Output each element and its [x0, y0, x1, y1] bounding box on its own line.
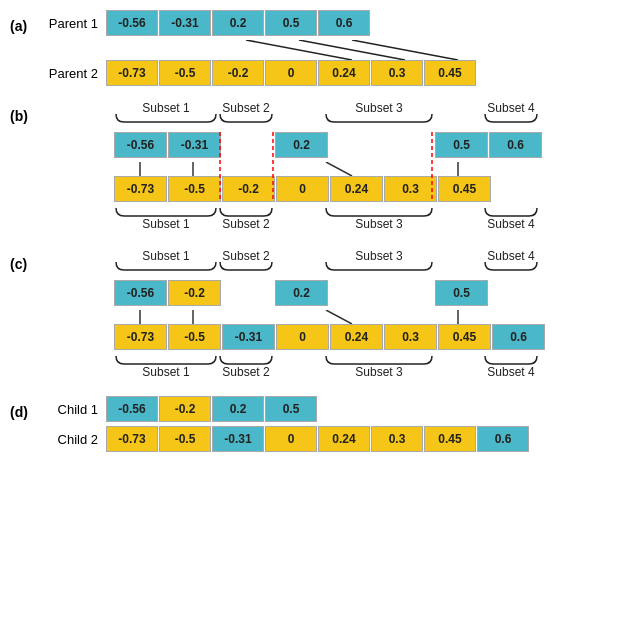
cell-spacer	[329, 132, 382, 158]
section-c-top-subset-svg: Subset 1 Subset 2 Subset 3 Subset 4	[114, 248, 594, 280]
svg-text:Subset 4: Subset 4	[487, 101, 535, 115]
section-b-parent2-row: -0.73 -0.5 -0.2 0 0.24 0.3 0.45	[114, 176, 616, 202]
section-d-child2-label: Child 2	[38, 432, 106, 447]
svg-text:Subset 3: Subset 3	[355, 217, 403, 231]
cell: -0.31	[212, 426, 264, 452]
cell: -0.31	[159, 10, 211, 36]
cell: 0.24	[318, 426, 370, 452]
svg-text:Subset 4: Subset 4	[487, 365, 535, 379]
section-b-bottom-subset-svg: Subset 1 Subset 2 Subset 3 Subset 4	[114, 206, 544, 238]
section-c-child1-row: -0.56 -0.2 0.2 0.5	[114, 280, 616, 306]
section-b-label: (b)	[10, 100, 38, 124]
cell: 0	[265, 426, 317, 452]
section-a-label: (a)	[10, 10, 38, 34]
cell: 0.6	[477, 426, 529, 452]
cell: -0.56	[106, 396, 158, 422]
connector-svg	[114, 162, 544, 176]
section-c-rows: -0.56 -0.2 0.2 0.5	[114, 280, 616, 350]
section-b-parent1-cells: -0.56 -0.31 0.2 0.5 0.6	[114, 132, 543, 158]
section-c-connector-svg	[114, 310, 594, 324]
section-b-parent2-cells: -0.73 -0.5 -0.2 0 0.24 0.3 0.45	[114, 176, 492, 202]
cell: -0.5	[159, 426, 211, 452]
cell: -0.2	[222, 176, 275, 202]
cell: 0.3	[384, 324, 437, 350]
cell: 0.6	[318, 10, 370, 36]
svg-line-2	[352, 40, 458, 60]
section-b-bottom-subsets: Subset 1 Subset 2 Subset 3 Subset 4	[114, 206, 616, 238]
cell: 0.45	[424, 426, 476, 452]
section-c-content: Subset 1 Subset 2 Subset 3 Subset 4 -0.5…	[38, 248, 616, 386]
cell-spacer	[382, 280, 435, 306]
cell: 0.2	[275, 280, 328, 306]
cell: -0.2	[159, 396, 211, 422]
cell: -0.31	[168, 132, 221, 158]
section-c-child1-cells: -0.56 -0.2 0.2 0.5	[114, 280, 489, 306]
section-b: (b) Subset 1 Subset 2 Subset 3 Subset 4	[10, 100, 616, 238]
cell: -0.56	[114, 132, 167, 158]
cell: 0.5	[435, 132, 488, 158]
svg-line-24	[326, 310, 352, 324]
section-d: (d) Child 1 -0.56 -0.2 0.2 0.5 Child 2 -…	[10, 396, 616, 456]
section-d-child2-row: Child 2 -0.73 -0.5 -0.31 0 0.24 0.3 0.45…	[38, 426, 616, 452]
section-b-top-subsets: Subset 1 Subset 2 Subset 3 Subset 4	[114, 100, 616, 132]
cell-spacer	[222, 132, 275, 158]
cell: -0.2	[168, 280, 221, 306]
svg-text:Subset 2: Subset 2	[222, 249, 270, 263]
cell-spacer	[222, 280, 275, 306]
cell: -0.73	[106, 426, 158, 452]
cell: 0.3	[384, 176, 437, 202]
svg-line-0	[246, 40, 352, 60]
cell: -0.5	[168, 324, 221, 350]
cell: -0.31	[222, 324, 275, 350]
svg-text:Subset 2: Subset 2	[222, 365, 270, 379]
section-b-content: Subset 1 Subset 2 Subset 3 Subset 4	[38, 100, 616, 238]
cell: 0.3	[371, 60, 423, 86]
svg-line-9	[326, 162, 352, 176]
cell: 0	[276, 176, 329, 202]
svg-text:Subset 1: Subset 1	[142, 217, 190, 231]
svg-line-1	[299, 40, 405, 60]
cell: 0.45	[438, 176, 491, 202]
section-d-child1-label: Child 1	[38, 402, 106, 417]
section-a-parent2-label: Parent 2	[38, 66, 106, 81]
cell: 0.3	[371, 426, 423, 452]
cell: 0.24	[318, 60, 370, 86]
cell: 0.2	[212, 396, 264, 422]
cell-spacer	[382, 132, 435, 158]
svg-text:Subset 3: Subset 3	[355, 365, 403, 379]
svg-text:Subset 2: Subset 2	[222, 217, 270, 231]
section-c-bottom-subset-svg: Subset 1 Subset 2 Subset 3 Subset 4	[114, 354, 594, 386]
cell: 0.2	[275, 132, 328, 158]
cell: 0.6	[492, 324, 545, 350]
cell: -0.5	[159, 60, 211, 86]
section-d-content: Child 1 -0.56 -0.2 0.2 0.5 Child 2 -0.73…	[38, 396, 616, 456]
crossing-lines-svg	[114, 40, 484, 60]
cell: 0.5	[265, 10, 317, 36]
cell: 0.45	[424, 60, 476, 86]
cell: -0.2	[212, 60, 264, 86]
section-b-parent1-row: -0.56 -0.31 0.2 0.5 0.6	[114, 132, 616, 158]
section-b-top-subset-svg: Subset 1 Subset 2 Subset 3 Subset 4	[114, 100, 544, 132]
cell: -0.56	[114, 280, 167, 306]
svg-text:Subset 4: Subset 4	[487, 217, 535, 231]
section-d-child2-cells: -0.73 -0.5 -0.31 0 0.24 0.3 0.45 0.6	[106, 426, 530, 452]
section-a-parent1-cells: -0.56 -0.31 0.2 0.5 0.6	[106, 10, 371, 36]
section-a-parent2-cells: -0.73 -0.5 -0.2 0 0.24 0.3 0.45	[106, 60, 477, 86]
cell: -0.73	[114, 176, 167, 202]
section-c: (c) Subset 1 Subset 2 Subset 3 Subset 4 …	[10, 248, 616, 386]
cell: 0	[265, 60, 317, 86]
section-c-top-subsets: Subset 1 Subset 2 Subset 3 Subset 4	[114, 248, 616, 280]
section-c-connectors	[114, 310, 616, 324]
svg-text:Subset 1: Subset 1	[142, 365, 190, 379]
section-d-child1-row: Child 1 -0.56 -0.2 0.2 0.5	[38, 396, 616, 422]
section-d-label: (d)	[10, 396, 38, 420]
section-a-parent1-row: Parent 1 -0.56 -0.31 0.2 0.5 0.6	[38, 10, 616, 36]
section-c-bottom-subsets: Subset 1 Subset 2 Subset 3 Subset 4	[114, 354, 616, 386]
cell: -0.5	[168, 176, 221, 202]
cell: -0.73	[106, 60, 158, 86]
section-c-label: (c)	[10, 248, 38, 272]
cell: 0.45	[438, 324, 491, 350]
section-d-child1-cells: -0.56 -0.2 0.2 0.5	[106, 396, 318, 422]
section-a-parent2-row: Parent 2 -0.73 -0.5 -0.2 0 0.24 0.3 0.45	[38, 60, 616, 86]
cell: -0.73	[114, 324, 167, 350]
